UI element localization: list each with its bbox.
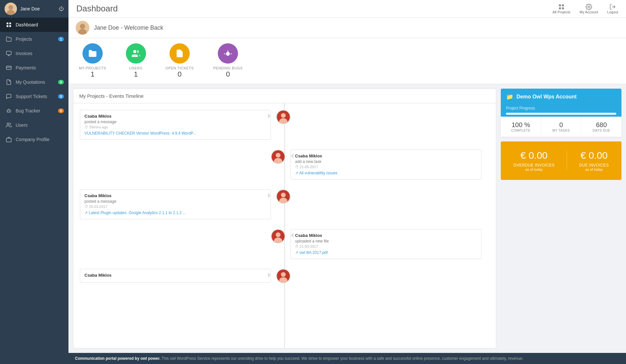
tl5-name: Csaba Miklos	[84, 273, 266, 278]
tl1-avatar	[276, 110, 291, 124]
due-invoices: € 0.00 DUE INVOICES as of today	[579, 150, 609, 171]
all-projects-nav[interactable]: All Projects	[552, 4, 570, 14]
top-navigation: All Projects My Account Logout	[552, 4, 618, 14]
sidebar-item-my-quotations[interactable]: My Quotations 0	[0, 75, 68, 89]
tl5-avatar	[276, 269, 291, 283]
project-stat-tasks: 0 MY TASKS	[541, 117, 582, 137]
tl3-name: Csaba Miklos	[84, 193, 266, 198]
stat-users[interactable]: USERS 1	[126, 43, 146, 79]
project-stat-days: 680 DAYS DUE	[581, 117, 621, 137]
dashboard-icon	[6, 22, 12, 28]
sidebar-item-projects[interactable]: Projects 1	[0, 32, 68, 46]
folder-icon	[88, 49, 97, 58]
svg-point-38	[276, 232, 281, 237]
due-amount: € 0.00	[579, 150, 609, 161]
sidebar-item-support-tickets[interactable]: Support Tickets 0	[0, 89, 68, 104]
tl4-action: uploaded a new file	[295, 239, 477, 243]
complete-label: COMPLETE	[503, 129, 538, 132]
welcome-avatar	[76, 21, 89, 35]
my-projects-label: MY PROJECTS	[79, 66, 106, 70]
logout-nav[interactable]: Logout	[607, 4, 618, 14]
svg-point-24	[133, 50, 136, 53]
timeline-body: Csaba Miklos posted a message ⏱59mins ag…	[73, 103, 496, 348]
svg-point-1	[8, 5, 13, 10]
sidebar-item-bug-tracker[interactable]: Bug Tracker 0	[0, 104, 68, 118]
svg-rect-3	[559, 4, 561, 6]
tasks-value: 0	[544, 121, 579, 129]
tl1-action: posted a message	[84, 120, 266, 124]
project-card-icon: 📁	[506, 93, 513, 100]
sidebar-users-label: Users	[16, 123, 28, 128]
svg-rect-13	[7, 51, 11, 55]
users-stat-icon	[131, 49, 141, 58]
sidebar-company-label: Company Profile	[16, 137, 50, 142]
sidebar-support-label: Support Tickets	[16, 94, 47, 99]
bottombar-text: This owl WordPress Service represents ou…	[160, 356, 523, 361]
svg-point-32	[276, 153, 281, 158]
due-label: DUE INVOICES	[579, 163, 609, 167]
logout-icon	[609, 4, 616, 10]
svg-point-35	[281, 193, 286, 197]
sidebar: Dashboard Projects 1 Invoices Payments M	[0, 18, 68, 364]
stat-my-projects[interactable]: MY PROJECTS 1	[79, 43, 106, 79]
my-projects-value: 1	[91, 70, 95, 79]
timeline-card-5: Csaba Miklos	[80, 269, 271, 283]
projects-badge: 1	[58, 37, 64, 41]
open-tickets-value: 0	[178, 70, 182, 79]
timeline-card-4: Csaba Miklos uploaded a new file ⏱ 21-03…	[291, 229, 482, 259]
svg-rect-20	[7, 138, 11, 142]
support-badge: 0	[58, 94, 64, 99]
svg-point-22	[80, 24, 85, 29]
sidebar-item-invoices[interactable]: Invoices	[0, 46, 68, 61]
users-icon	[6, 122, 12, 128]
tl4-link[interactable]: ↗ owl BA 2017.pdf	[295, 250, 328, 255]
sidebar-item-company-profile[interactable]: Company Profile	[0, 132, 68, 147]
invoices-icon	[6, 51, 12, 56]
right-panel: 📁 Demo Owl Wps Account Project Progress …	[501, 89, 621, 348]
pending-bugs-value: 0	[226, 70, 230, 79]
my-account-nav[interactable]: My Account	[579, 4, 598, 14]
all-projects-label: All Projects	[552, 10, 570, 14]
my-account-label: My Account	[579, 10, 598, 14]
topbar-username: Jane Doe	[20, 6, 55, 11]
svg-rect-12	[9, 25, 11, 27]
sidebar-bugtracker-label: Bug Tracker	[16, 108, 40, 113]
overdue-label: OVERDUE INVOICES	[514, 163, 555, 167]
sidebar-item-users[interactable]: Users	[0, 118, 68, 132]
svg-point-29	[281, 113, 286, 118]
ticket-icon	[175, 49, 184, 58]
overdue-sub: as of today	[514, 167, 555, 171]
bottombar-bold: Communication portal powered by owl powe…	[75, 356, 160, 361]
projects-icon	[6, 36, 12, 42]
due-sub: as of today	[579, 167, 609, 171]
company-icon	[6, 137, 12, 142]
quotations-icon	[6, 79, 12, 85]
sidebar-payments-label: Payments	[16, 65, 36, 70]
tl3-action: posted a message	[84, 199, 266, 204]
tl2-link[interactable]: ↗ All vulnerability issues	[295, 171, 337, 175]
stat-pending-bugs[interactable]: PENDING BUGS 0	[213, 43, 243, 79]
tl1-name: Csaba Miklos	[84, 114, 266, 119]
grid-icon	[558, 4, 565, 10]
bug-icon	[6, 108, 12, 114]
users-value: 1	[134, 70, 138, 79]
timeline-header: My Projects - Events Timeline	[73, 89, 496, 103]
tl1-link[interactable]: VULNERABILITY CHECKER Version WordPress:…	[84, 131, 196, 136]
invoice-divider	[567, 151, 567, 170]
bug-stat-icon	[223, 49, 232, 58]
timeline-card-1: Csaba Miklos posted a message ⏱59mins ag…	[80, 110, 271, 140]
logout-label: Logout	[607, 10, 618, 14]
tl3-link[interactable]: ↗ Latest Plugin updates: Google Analytic…	[84, 211, 186, 215]
stat-open-tickets[interactable]: OPEN TICKETS 0	[166, 43, 194, 79]
timeline-center-line	[284, 103, 285, 348]
power-icon[interactable]: ⏻	[59, 6, 64, 12]
project-card: 📁 Demo Owl Wps Account Project Progress …	[501, 89, 621, 137]
sidebar-item-dashboard[interactable]: Dashboard	[0, 18, 68, 32]
payments-icon	[6, 65, 12, 71]
welcome-text: Jane Doe - Welcome Back	[94, 24, 163, 31]
sidebar-item-payments[interactable]: Payments	[0, 61, 68, 75]
sidebar-dashboard-label: Dashboard	[16, 22, 38, 27]
svg-point-19	[7, 123, 9, 125]
days-value: 680	[584, 121, 619, 129]
timeline-entry-5: Csaba Miklos	[73, 269, 496, 283]
